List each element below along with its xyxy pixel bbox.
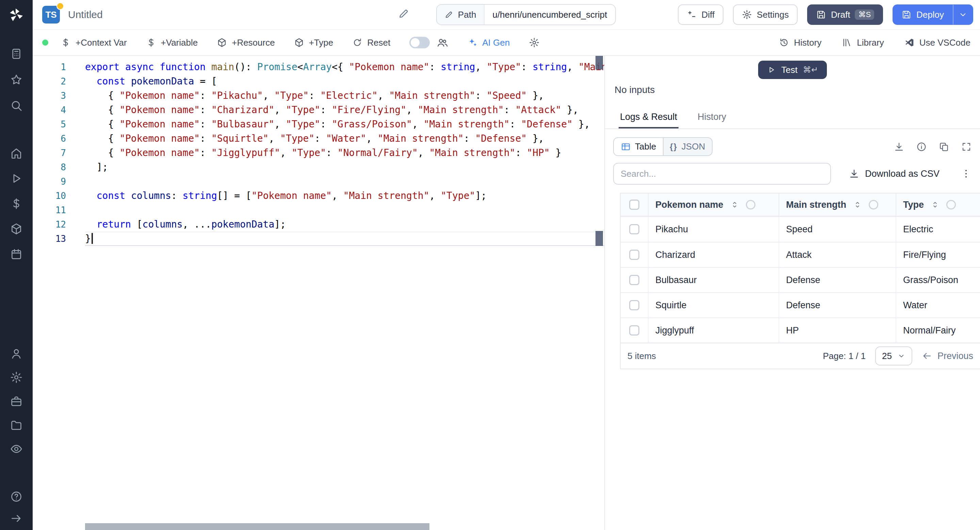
download-result-button[interactable] [894,141,904,152]
code-line[interactable]: 9 [33,174,605,189]
collapse-sidebar-icon[interactable] [9,511,24,526]
add-type-button[interactable]: +Type [294,37,334,48]
editor-settings-button[interactable] [529,37,540,48]
workers-icon[interactable] [9,394,24,409]
line-number: 4 [33,103,66,117]
test-button[interactable]: Test ⌘↵ [758,61,827,79]
diff-button[interactable]: Diff [678,5,724,25]
page-size-value: 25 [882,351,892,361]
table-cell: Jigglypuff [648,318,778,343]
reset-button[interactable]: Reset [352,37,390,48]
table-row[interactable]: JigglypuffHPNormal/Fairy [620,318,980,343]
row-checkbox[interactable] [629,275,640,285]
library-button[interactable]: Library [842,37,884,48]
users-icon[interactable] [9,346,24,361]
audit-logs-icon[interactable] [9,441,24,457]
code-line[interactable]: 12 return [columns, ...pokemonData]; [33,217,605,231]
add-resource-button[interactable]: +Resource [217,37,275,48]
windmill-logo[interactable] [8,7,24,23]
use-vscode-button[interactable]: Use VSCode [904,37,970,48]
ai-gen-button[interactable]: AI Gen [467,37,510,48]
add-context-var-button[interactable]: +Context Var [60,37,127,48]
previous-page-button[interactable]: Previous [922,351,973,361]
draft-button[interactable]: Draft ⌘S [807,5,883,25]
schedules-icon[interactable] [9,247,24,262]
page-size-select[interactable]: 25 [875,346,912,366]
add-variable-button[interactable]: +Variable [146,37,198,48]
path-button[interactable]: Path [437,5,485,24]
code-line[interactable]: 1export async function main(): Promise<A… [33,60,605,74]
column-header[interactable]: Type [903,200,924,210]
code-line[interactable]: 4 { "Pokemon name": "Charizard", "Type":… [33,103,605,117]
table-controls-row: Download as CSV [613,163,972,185]
info-button[interactable] [916,141,927,152]
scrollbar-thumb[interactable] [85,523,430,530]
tab-logs-result[interactable]: Logs & Result [619,106,679,128]
save-icon [816,10,826,20]
calculator-icon[interactable] [9,46,24,61]
multiplayer-toggle[interactable] [409,37,430,48]
code-line[interactable]: 6 { "Pokemon name": "Squirtle", "Type": … [33,131,605,146]
runs-icon[interactable] [9,171,24,186]
row-checkbox[interactable] [629,224,640,234]
editor-horizontal-scrollbar[interactable] [33,523,605,530]
cube-icon [294,37,304,48]
table-row[interactable]: BulbasaurDefenseGrass/Poison [620,267,980,292]
sort-icon[interactable] [730,200,739,209]
sidebar-top-group [9,46,24,113]
download-icon [849,168,859,179]
table-menu-button[interactable] [960,168,972,179]
star-icon[interactable] [9,72,24,87]
library-icon [842,37,852,48]
view-table-button[interactable]: Table [614,138,663,155]
select-all-checkbox[interactable] [629,200,640,210]
row-checkbox[interactable] [629,325,640,335]
row-checkbox[interactable] [629,250,640,260]
help-icon[interactable] [9,489,24,504]
result-action-icons [894,141,972,152]
code-line[interactable]: 10 const columns: string[] = ["Pokemon n… [33,189,605,203]
code-line[interactable]: 11 [33,203,605,217]
variables-icon[interactable] [9,196,24,211]
edit-summary-button[interactable] [397,8,410,21]
code-line[interactable]: 2 const pokemonData = [ [33,74,605,89]
deploy-dropdown-button[interactable] [953,5,973,25]
sidebar [0,0,33,530]
code-line[interactable]: 7 { "Pokemon name": "Jigglypuff", "Type"… [33,146,605,160]
folders-icon[interactable] [9,418,24,433]
row-checkbox[interactable] [629,300,640,310]
home-icon[interactable] [9,146,24,161]
column-header[interactable]: Pokemon name [655,200,724,210]
code-line[interactable]: 5 { "Pokemon name": "Bulbasaur", "Type":… [33,117,605,131]
settings-icon[interactable] [9,370,24,385]
sort-icon[interactable] [931,200,940,209]
sort-icon[interactable] [853,200,862,209]
code-line[interactable]: 13} [33,231,605,246]
column-toggle[interactable] [869,200,878,209]
code-line[interactable]: 3 { "Pokemon name": "Pikachu", "Type": "… [33,89,605,103]
typescript-badge: TS [42,6,60,24]
column-toggle[interactable] [946,200,956,209]
table-row[interactable]: CharizardAttackFire/Flying [620,242,980,267]
expand-result-button[interactable] [961,141,972,152]
search-icon[interactable] [9,98,24,113]
code-line[interactable]: 8 ]; [33,160,605,174]
table-row[interactable]: PikachuSpeedElectric [620,217,980,242]
table-cell: Defense [778,268,896,292]
settings-button[interactable]: Settings [733,5,798,25]
view-json-button[interactable]: {} JSON [663,138,712,155]
download-csv-button[interactable]: Download as CSV [849,168,940,179]
column-toggle[interactable] [746,200,756,209]
table-row[interactable]: SquirtleDefenseWater [620,292,980,318]
resources-icon[interactable] [9,221,24,236]
line-number: 7 [33,146,66,160]
deploy-button[interactable]: Deploy [892,5,953,25]
table-search-input[interactable] [613,163,831,185]
tab-history[interactable]: History [696,106,727,128]
history-button[interactable]: History [779,37,821,48]
column-header[interactable]: Main strength [786,200,846,210]
code-editor[interactable]: 1export async function main(): Promise<A… [33,56,605,530]
path-value[interactable]: u/henri/unencumbered_script [484,10,615,20]
copy-result-button[interactable] [939,141,950,152]
view-toggle: Table {} JSON [613,137,713,156]
